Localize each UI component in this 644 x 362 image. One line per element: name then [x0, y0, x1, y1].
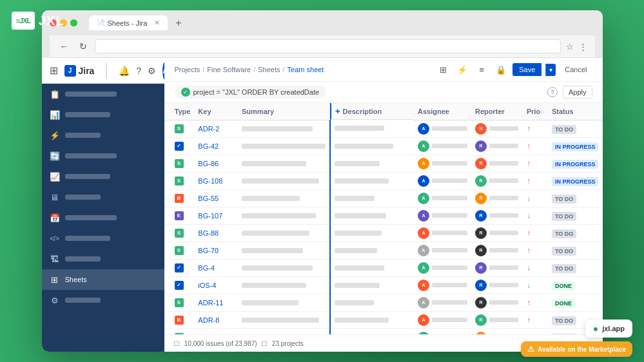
col-assignee[interactable]: Assignee: [414, 103, 471, 120]
table-row[interactable]: ✓ BG-4 A R ↓ TO DO: [164, 259, 603, 276]
cell-key[interactable]: ADR-11: [194, 294, 238, 311]
cell-key[interactable]: BG-70: [194, 242, 238, 259]
marketplace-badge[interactable]: ⚠ Available on the Marketplace: [521, 341, 632, 357]
sidebar-item-chart[interactable]: 📊: [42, 104, 164, 125]
cell-status[interactable]: DONE: [548, 294, 603, 311]
issue-key[interactable]: ADR-11: [198, 299, 223, 307]
table-row[interactable]: E BG-107 A R ↓ TO DO: [164, 207, 603, 224]
cell-key[interactable]: BG-42: [194, 137, 238, 155]
col-key[interactable]: Key: [194, 103, 238, 120]
cell-key[interactable]: ADR-8: [194, 311, 238, 329]
maximize-dot[interactable]: [70, 19, 77, 26]
table-row[interactable]: S BG-88 A R ↑ TO DO: [164, 224, 603, 242]
sidebar-item-analytics[interactable]: 📈: [42, 166, 164, 187]
issue-key[interactable]: BG-4: [198, 264, 215, 272]
cell-key[interactable]: BG-107: [194, 207, 238, 224]
table-row[interactable]: B ADR-8 A R ↑ TO DO: [164, 311, 603, 329]
issue-key[interactable]: BG-42: [198, 142, 219, 150]
cell-status[interactable]: TO DO: [548, 207, 603, 224]
issue-key[interactable]: ADR-2: [198, 125, 219, 133]
grid-icon[interactable]: ⊞: [50, 64, 58, 77]
breadcrumb-sheets[interactable]: Sheets: [258, 66, 280, 73]
cell-key[interactable]: BG-108: [194, 172, 238, 189]
notification-icon[interactable]: 🔔: [119, 66, 130, 76]
cell-status[interactable]: IN PROGRESS: [548, 137, 603, 155]
save-dropdown-button[interactable]: ▾: [545, 64, 556, 76]
url-bar[interactable]: [95, 39, 561, 53]
back-button[interactable]: ←: [57, 40, 72, 53]
filter-button[interactable]: ⚡: [454, 62, 470, 77]
cell-summary: [238, 172, 330, 189]
browser-tab[interactable]: 📄 Sheets - Jira ✕: [89, 15, 168, 30]
table-row[interactable]: S BG-27 A R ↑ TO DO: [164, 329, 603, 334]
filter-apply-button[interactable]: Apply: [563, 86, 592, 99]
sidebar-item-refresh[interactable]: 🔄: [42, 146, 164, 166]
cell-status[interactable]: TO DO: [548, 259, 603, 276]
header-search-bar[interactable]: [106, 62, 107, 79]
breadcrumb-fine-software[interactable]: Fine Software: [207, 66, 251, 73]
help-icon[interactable]: ?: [136, 66, 141, 76]
new-tab-button[interactable]: +: [175, 17, 181, 29]
cell-key[interactable]: iOS-4: [194, 276, 238, 294]
table-row[interactable]: S ADR-2 A R ↑ TO DO: [164, 120, 603, 137]
issue-key[interactable]: BG-107: [198, 212, 222, 220]
cell-status[interactable]: TO DO: [548, 224, 603, 242]
jxl-app-badge[interactable]: ● jxl.app: [585, 319, 632, 338]
settings-icon[interactable]: ⚙: [148, 66, 156, 76]
sidebar-item-settings[interactable]: ⚙: [42, 290, 164, 310]
cell-assignee: A: [414, 276, 471, 294]
cell-key[interactable]: BG-4: [194, 259, 238, 276]
sidebar-item-calendar[interactable]: 📅: [42, 207, 164, 228]
add-col-btn[interactable]: +: [335, 106, 340, 116]
lock-button[interactable]: 🔒: [493, 62, 509, 77]
breadcrumb-projects[interactable]: Projects: [175, 66, 200, 73]
issue-key[interactable]: ADR-8: [198, 316, 219, 324]
col-status[interactable]: Status: [548, 103, 603, 120]
cell-key[interactable]: BG-88: [194, 224, 238, 242]
cell-key[interactable]: ADR-2: [194, 120, 238, 137]
issue-key[interactable]: BG-70: [198, 247, 219, 254]
table-row[interactable]: S ADR-11 A R ↑ DONE: [164, 294, 603, 311]
filter-help-icon[interactable]: ?: [547, 87, 558, 97]
view-toggle-button[interactable]: ⊞: [435, 62, 451, 77]
sidebar-item-monitor[interactable]: 🖥: [42, 187, 164, 207]
columns-button[interactable]: ≡: [474, 62, 489, 77]
cell-key[interactable]: BG-55: [194, 189, 238, 207]
tab-close-icon[interactable]: ✕: [154, 19, 160, 27]
issue-key[interactable]: BG-108: [198, 177, 222, 185]
bookmark-icon[interactable]: ☆: [566, 42, 574, 52]
table-row[interactable]: ✓ BG-42 A R ↑ IN PROGRESS: [164, 137, 603, 155]
save-button[interactable]: Save: [512, 63, 542, 76]
table-row[interactable]: ✓ iOS-4 A R ↓ DONE: [164, 276, 603, 294]
table-row[interactable]: S BG-86 A R ↑ IN PROGRESS: [164, 155, 603, 172]
sidebar-item-sheets[interactable]: ⊞ Sheets: [42, 269, 164, 290]
cell-key[interactable]: BG-27: [194, 329, 238, 334]
issue-key[interactable]: BG-88: [198, 229, 219, 237]
col-summary[interactable]: Summary: [238, 103, 330, 120]
content-toolbar: Projects / Fine Software / Sheets / Team…: [164, 58, 603, 82]
cancel-button[interactable]: Cancel: [560, 63, 592, 76]
cell-status[interactable]: TO DO: [548, 120, 603, 137]
sidebar-item-board[interactable]: 📋: [42, 84, 164, 104]
cell-status[interactable]: TO DO: [548, 242, 603, 259]
cell-status[interactable]: IN PROGRESS: [548, 172, 603, 189]
col-priority[interactable]: Prio: [523, 103, 548, 120]
issue-key[interactable]: iOS-4: [198, 281, 216, 289]
cell-status[interactable]: DONE: [548, 276, 603, 294]
issue-key[interactable]: BG-86: [198, 160, 219, 167]
table-row[interactable]: S BG-108 A R ↑ IN PROGRESS: [164, 172, 603, 189]
reporter-avatar: R: [475, 227, 487, 239]
cell-status[interactable]: TO DO: [548, 189, 603, 207]
cell-key[interactable]: BG-86: [194, 155, 238, 172]
filter-chip[interactable]: ✓ project = "JXL" ORDER BY createdDate: [175, 86, 326, 99]
table-row[interactable]: B BG-55 A R ↓ TO DO: [164, 189, 603, 207]
sidebar-item-build[interactable]: 🏗: [42, 249, 164, 269]
sidebar-item-code[interactable]: </>: [42, 228, 164, 249]
sidebar-item-flash[interactable]: ⚡: [42, 125, 164, 146]
more-icon[interactable]: ⋮: [579, 42, 587, 52]
col-reporter[interactable]: Reporter: [471, 103, 523, 120]
table-row[interactable]: S BG-70 A R ↑ TO DO: [164, 242, 603, 259]
refresh-button[interactable]: ↻: [77, 40, 90, 53]
issue-key[interactable]: BG-55: [198, 195, 219, 202]
cell-status[interactable]: IN PROGRESS: [548, 155, 603, 172]
